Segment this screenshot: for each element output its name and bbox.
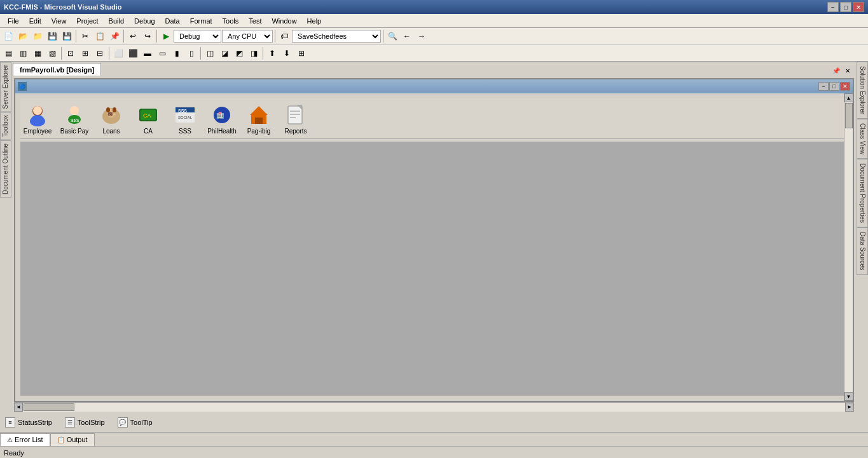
menu-view[interactable]: View [46, 16, 72, 26]
minimize-button[interactable]: − [827, 2, 839, 12]
undo-btn[interactable]: ↩ [126, 29, 140, 43]
align-btn3[interactable]: ▬ [141, 46, 155, 60]
order-btn1[interactable]: ⬆ [265, 46, 279, 60]
ca-btn[interactable]: CA CA [131, 101, 165, 136]
document-properties-tab[interactable]: Document Properties [857, 159, 868, 227]
align-btn5[interactable]: ▮ [170, 46, 184, 60]
layout-btn2[interactable]: ⊞ [78, 46, 92, 60]
reports-icon [283, 102, 308, 128]
cpu-dropdown[interactable]: Any CPU [222, 30, 273, 43]
menu-tools[interactable]: Tools [217, 16, 244, 26]
status-text: Ready [4, 449, 24, 457]
align-btn2[interactable]: ⬛ [126, 46, 140, 60]
svg-rect-24 [288, 106, 302, 124]
scroll-right-btn[interactable]: ► [845, 403, 854, 412]
tooltip-item[interactable]: 💬 ToolTip [118, 417, 153, 428]
menu-test[interactable]: Test [244, 16, 266, 26]
layout-btn3[interactable]: ⊟ [93, 46, 107, 60]
class-view-tab[interactable]: Class View [857, 119, 868, 159]
output-label: Output [67, 436, 88, 443]
server-explorer-tab[interactable]: Server Explorer [0, 62, 11, 112]
menu-data[interactable]: Data [160, 16, 185, 26]
size-btn2[interactable]: ◪ [217, 46, 231, 60]
scroll-thumb-h[interactable] [24, 403, 74, 411]
open-file-btn[interactable]: 📁 [31, 29, 45, 43]
save-all-btn[interactable]: 💾 [60, 29, 74, 43]
tab-strip: frmPayroll.vb [Design] 📌 ✕ [11, 62, 857, 76]
philhealth-icon: 🏥 [209, 102, 235, 128]
scroll-up-btn[interactable]: ▲ [844, 93, 853, 102]
menu-format[interactable]: Format [185, 16, 217, 26]
output-tab[interactable]: 📋 Output [50, 433, 95, 446]
size-btn3[interactable]: ◩ [232, 46, 246, 60]
pagibig-btn[interactable]: Pag-ibig [242, 101, 276, 136]
paste-btn[interactable]: 📌 [107, 29, 121, 43]
scroll-left-btn[interactable]: ◄ [14, 403, 23, 412]
new-project-btn[interactable]: 📄 [1, 29, 15, 43]
sss-btn[interactable]: SSS SOCIAL SSS [168, 101, 202, 136]
menu-build[interactable]: Build [104, 16, 129, 26]
bottom-tabs: ⚠ Error List 📋 Output [0, 432, 868, 446]
scroll-thumb[interactable] [845, 103, 853, 128]
scroll-down-btn[interactable]: ▼ [844, 392, 853, 401]
philhealth-btn[interactable]: 🏥 PhilHealth [205, 101, 239, 136]
size-btn1[interactable]: ◫ [203, 46, 217, 60]
status-strip-label: StatusStrip [18, 419, 52, 426]
nav-forward-btn[interactable]: → [415, 29, 429, 43]
doc-tab-frmPayroll[interactable]: frmPayroll.vb [Design] [13, 63, 101, 76]
tab-close-btn[interactable]: ✕ [843, 65, 853, 76]
align-btn4[interactable]: ▭ [155, 46, 169, 60]
save-btn[interactable]: 💾 [45, 29, 59, 43]
order-btn2[interactable]: ⬇ [280, 46, 294, 60]
maximize-button[interactable]: □ [840, 2, 851, 12]
form-toolbar: Employee $$$ Basic Pay [20, 98, 848, 139]
solution-explorer-tab[interactable]: Solution Explorer [857, 62, 868, 119]
menu-edit[interactable]: Edit [24, 16, 46, 26]
loans-icon: 🐻 [99, 102, 124, 128]
format-btn2[interactable]: ▥ [16, 46, 30, 60]
designer-close-btn[interactable]: ✕ [840, 82, 850, 91]
layout-btn1[interactable]: ⊡ [64, 46, 78, 60]
loans-label: Loans [102, 128, 120, 135]
basic-pay-label: Basic Pay [60, 128, 88, 135]
redo-btn[interactable]: ↪ [141, 29, 155, 43]
form-content: Employee $$$ Basic Pay [15, 93, 853, 401]
start-btn[interactable]: ▶ [159, 29, 173, 43]
format-btn1[interactable]: ▤ [1, 46, 15, 60]
grid-btn[interactable]: ⊞ [294, 46, 308, 60]
document-outline-tab[interactable]: Document Outline [0, 140, 11, 198]
basic-pay-btn[interactable]: $$$ Basic Pay [57, 101, 92, 136]
menu-file[interactable]: File [3, 16, 24, 26]
menu-project[interactable]: Project [71, 16, 103, 26]
svg-point-4 [70, 106, 79, 115]
tool-strip-item[interactable]: ☰ ToolStrip [65, 417, 105, 428]
menu-window[interactable]: Window [266, 16, 301, 26]
open-btn[interactable]: 📂 [16, 29, 30, 43]
find-btn[interactable]: 🔍 [385, 29, 399, 43]
error-list-tab[interactable]: ⚠ Error List [0, 433, 50, 446]
designer-minimize-btn[interactable]: − [818, 82, 829, 91]
project-dropdown[interactable]: SaveSchedfees [292, 30, 381, 43]
status-strip-item[interactable]: ≡ StatusStrip [5, 417, 52, 428]
cut-btn[interactable]: ✂ [78, 29, 92, 43]
tab-pin-btn[interactable]: 📌 [831, 65, 841, 76]
nav-back-btn[interactable]: ← [400, 29, 414, 43]
format-btn3[interactable]: ▦ [31, 46, 45, 60]
copy-btn[interactable]: 📋 [93, 29, 107, 43]
title-controls: − □ ✕ [827, 2, 864, 12]
align-btn1[interactable]: ⬜ [111, 46, 125, 60]
reports-btn[interactable]: Reports [279, 101, 313, 136]
loans-btn[interactable]: 🐻 Loans [94, 101, 128, 136]
data-sources-tab[interactable]: Data Sources [857, 227, 868, 275]
debug-dropdown[interactable]: Debug [174, 30, 221, 43]
tool-strip-label: ToolStrip [78, 419, 105, 426]
format-btn4[interactable]: ▧ [45, 46, 59, 60]
employee-btn[interactable]: Employee [20, 101, 55, 136]
menu-debug[interactable]: Debug [129, 16, 160, 26]
toolbox-tab[interactable]: Toolbox [0, 112, 11, 140]
size-btn4[interactable]: ◨ [247, 46, 261, 60]
designer-maximize-btn[interactable]: □ [829, 82, 839, 91]
close-button[interactable]: ✕ [853, 2, 864, 12]
menu-help[interactable]: Help [302, 16, 327, 26]
align-btn6[interactable]: ▯ [184, 46, 198, 60]
